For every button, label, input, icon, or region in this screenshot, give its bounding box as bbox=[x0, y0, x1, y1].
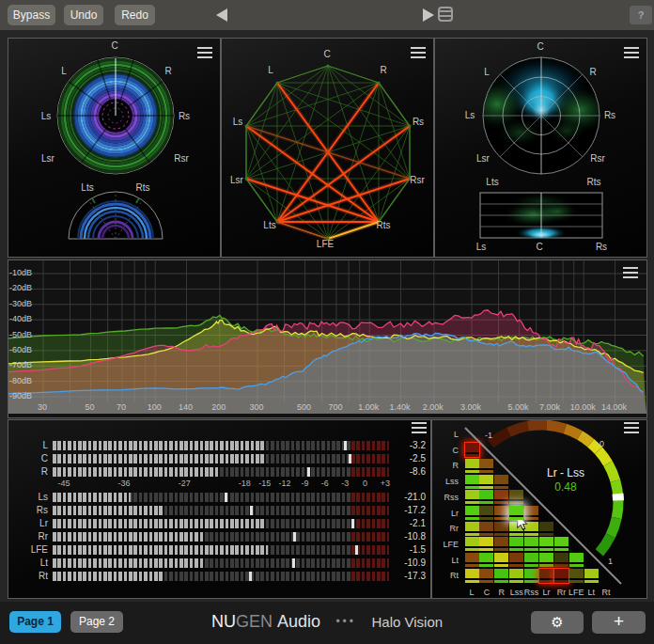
matrix-row-label-r: R bbox=[434, 461, 459, 470]
panel-menu-icon[interactable] bbox=[623, 267, 638, 278]
matrix-cell-r-c[interactable] bbox=[479, 459, 493, 473]
meter-peak-marker bbox=[351, 519, 354, 528]
matrix-cell-lt-c[interactable] bbox=[479, 553, 493, 567]
matrix-cell-lt-lfe[interactable] bbox=[569, 553, 584, 567]
matrix-cell-rss-l[interactable] bbox=[465, 490, 479, 504]
matrix-cell-rss-r[interactable] bbox=[494, 490, 508, 504]
matrix-cell-rt-lr[interactable] bbox=[539, 569, 553, 583]
matrix-cell-rt-lfe[interactable] bbox=[569, 569, 584, 583]
matrix-row-label-lfe: LFE bbox=[434, 540, 459, 549]
meter-fill bbox=[53, 519, 265, 528]
spectrum-chart bbox=[8, 260, 646, 417]
meter-label-lr: Lr bbox=[14, 518, 48, 528]
meter-scale-tick: -27 bbox=[179, 479, 191, 488]
matrix-cell-rt-lt[interactable] bbox=[584, 569, 599, 583]
settings-gear-button[interactable]: ⚙ bbox=[531, 611, 584, 634]
matrix-cell-lfe-rr[interactable] bbox=[554, 537, 568, 551]
matrix-cell-lr-c[interactable] bbox=[479, 506, 493, 520]
panel-menu-icon[interactable] bbox=[624, 422, 639, 433]
matrix-cell-lss-c[interactable] bbox=[479, 475, 493, 489]
matrix-cell-rt-l[interactable] bbox=[465, 569, 479, 583]
panel-menu-icon[interactable] bbox=[197, 47, 212, 58]
matrix-cell-lr-rss[interactable] bbox=[524, 506, 538, 520]
matrix-cell-rr-c[interactable] bbox=[479, 522, 493, 536]
level-meters-panel: L-3.2C-2.5R-8.6Ls-21.0Rs-17.2Lr-2.1Rr-10… bbox=[8, 419, 431, 599]
matrix-cell-lfe-lss[interactable] bbox=[509, 537, 523, 551]
matrix-cell-rt-r[interactable] bbox=[494, 569, 508, 583]
meter-red-zone bbox=[351, 441, 389, 450]
meter-red-zone bbox=[351, 506, 389, 515]
matrix-cell-lss-r[interactable] bbox=[494, 475, 508, 489]
step-back-icon[interactable] bbox=[216, 8, 227, 22]
matrix-cell-rss-c[interactable] bbox=[479, 490, 493, 504]
matrix-cell-c-l[interactable] bbox=[465, 443, 479, 457]
play-icon[interactable] bbox=[423, 8, 434, 22]
matrix-cell-r-l[interactable] bbox=[465, 459, 479, 473]
matrix-cell-lfe-rss[interactable] bbox=[524, 537, 538, 551]
matrix-cell-lr-l[interactable] bbox=[465, 506, 479, 520]
matrix-row-label-rss: Rss bbox=[434, 493, 459, 502]
matrix-cell-rt-lss[interactable] bbox=[509, 569, 523, 583]
meter-label-rr: Rr bbox=[14, 531, 48, 542]
redo-button[interactable]: Redo bbox=[115, 5, 155, 25]
bypass-button[interactable]: Bypass bbox=[8, 5, 55, 25]
meter-value-rt: -17.3 bbox=[388, 571, 426, 581]
meter-red-zone bbox=[351, 493, 389, 502]
matrix-cell-rt-rss[interactable] bbox=[524, 569, 538, 583]
panel-menu-icon[interactable] bbox=[624, 47, 639, 58]
matrix-cell-lfe-lr[interactable] bbox=[539, 537, 553, 551]
meter-bar-l bbox=[53, 441, 389, 450]
matrix-cell-lss-l[interactable] bbox=[465, 475, 479, 489]
meter-peak-marker bbox=[250, 506, 253, 515]
matrix-cell-lt-rss[interactable] bbox=[524, 553, 538, 567]
page-1-button[interactable]: Page 1 bbox=[9, 611, 61, 633]
matrix-col-label-lfe: LFE bbox=[568, 588, 584, 597]
matrix-cell-rt-c[interactable] bbox=[479, 569, 493, 583]
panel-menu-icon[interactable] bbox=[411, 47, 426, 58]
matrix-cell-lfe-c[interactable] bbox=[479, 537, 493, 551]
matrix-cell-lt-l[interactable] bbox=[465, 553, 479, 567]
help-button[interactable]: ? bbox=[630, 6, 652, 24]
matrix-cell-lt-r[interactable] bbox=[494, 553, 508, 567]
meter-value-l: -3.2 bbox=[388, 440, 426, 450]
matrix-cell-lr-lss[interactable] bbox=[509, 506, 523, 520]
matrix-col-label-lss: Lss bbox=[510, 588, 523, 597]
matrix-cell-lfe-r[interactable] bbox=[494, 537, 508, 551]
matrix-row-label-lr: Lr bbox=[434, 509, 459, 518]
meter-value-rs: -17.2 bbox=[388, 505, 426, 515]
matrix-cell-lt-lr[interactable] bbox=[539, 553, 553, 567]
meter-value-lr: -2.1 bbox=[388, 518, 426, 528]
matrix-cell-lfe-l[interactable] bbox=[465, 537, 479, 551]
panel-menu-icon[interactable] bbox=[412, 422, 427, 433]
matrix-cell-rr-l[interactable] bbox=[465, 522, 479, 536]
matrix-cell-lt-rr[interactable] bbox=[554, 553, 568, 567]
matrix-row-label-rr: Rr bbox=[434, 524, 459, 533]
gauge-zero-label: 0 bbox=[600, 439, 604, 448]
add-panel-button[interactable]: + bbox=[592, 611, 646, 634]
meter-peak-marker bbox=[249, 572, 252, 581]
matrix-row-label-rt: Rt bbox=[434, 571, 459, 580]
meter-peak-marker bbox=[292, 558, 295, 568]
matrix-cell-lt-lss[interactable] bbox=[509, 553, 523, 567]
matrix-cell-rss-lss[interactable] bbox=[509, 490, 523, 504]
meter-red-zone bbox=[351, 558, 389, 568]
meter-bar-rt bbox=[53, 572, 389, 581]
meter-fill bbox=[53, 506, 164, 515]
matrix-cell-lr-r[interactable] bbox=[494, 506, 508, 520]
meter-scale-tick: -12 bbox=[279, 479, 291, 488]
meter-fill bbox=[53, 545, 268, 555]
meter-fill bbox=[53, 441, 265, 450]
matrix-cell-rt-rr[interactable] bbox=[554, 569, 568, 583]
page-2-button[interactable]: Page 2 bbox=[70, 611, 123, 633]
correlation-web-panel bbox=[221, 38, 434, 258]
matrix-cell-rr-lss[interactable] bbox=[509, 522, 523, 536]
matrix-cell-rr-lr[interactable] bbox=[539, 522, 553, 536]
meter-value-rr: -10.8 bbox=[388, 531, 426, 542]
matrix-cell-rr-r[interactable] bbox=[494, 522, 508, 536]
snapshot-list-icon[interactable] bbox=[438, 7, 453, 22]
matrix-cell-rr-rss[interactable] bbox=[524, 522, 538, 536]
matrix-col-label-r: R bbox=[499, 588, 506, 597]
meter-fill bbox=[53, 467, 218, 477]
undo-button[interactable]: Undo bbox=[64, 5, 103, 25]
meter-red-zone bbox=[351, 519, 389, 528]
